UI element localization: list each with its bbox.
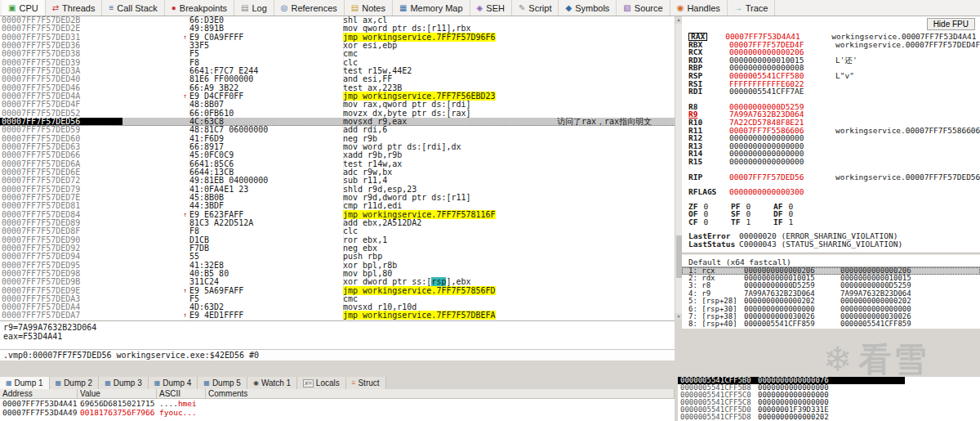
disasm-row[interactable]: 00007FF7F57DED95 41:32E8 xor bpl,r8b <box>0 262 675 270</box>
disasm-row[interactable]: 00007FF7F57DED84 ↑ E9 E623FAFF jmp worki… <box>0 211 675 219</box>
dump-view[interactable]: AddressValueASCIIComments 00007FF7F53D4A… <box>0 389 675 421</box>
disasm-row[interactable]: 00007FF7F57DED4F 48:8B07 mov rax,qword p… <box>0 101 675 109</box>
toolbar-tab-threads[interactable]: ⇄ Threads <box>46 0 103 16</box>
scrollbar-thumb[interactable] <box>676 235 682 278</box>
register-row-r11[interactable]: R11 00007FF7F5586606 workingservice.0000… <box>682 127 980 135</box>
fastcall-arg-row[interactable]: 2: rdx 0000000000010015 0000000000010015 <box>682 275 980 282</box>
disasm-row[interactable]: 00007FF7F57DED3A 6641:F7C7 E244 test r15… <box>0 67 675 75</box>
fastcall-arg-row[interactable]: 8: [rsp+40] 0000005541CFF859 0000005541C… <box>682 320 980 328</box>
register-comment <box>835 80 980 88</box>
tab-dump-2[interactable]: ▦ Dump 2 <box>50 377 100 389</box>
disasm-row[interactable]: 00007FF7F57DED98 40:B5 80 mov bpl,80 <box>0 270 675 278</box>
dump-header-cell[interactable]: ASCII <box>157 389 206 398</box>
tab-dump-5[interactable]: ▦ Dump 5 <box>198 377 247 389</box>
disasm-row[interactable]: 00007FF7F57DED94 55 push rbp <box>0 253 675 261</box>
disasm-row[interactable]: 00007FF7F57DED66 45:0FC0C9 xadd r9b,r9b <box>0 151 675 159</box>
scroll-up-icon[interactable]: ▲ <box>675 16 682 24</box>
disassembly-view[interactable]: 00007FF7F57DED2B 66:D3E0 shl ax,cl 00007… <box>0 16 675 320</box>
disasm-row[interactable]: 00007FF7F57DED39 F8 clc <box>0 59 675 67</box>
register-row-r14[interactable]: R14 0000000000000000 <box>682 150 980 158</box>
disassembly-scrollbar[interactable]: ▲ ▼ <box>675 16 682 320</box>
dump-row[interactable]: 00007FF7F53D4A41 69656D6815021715 ....hm… <box>0 399 675 408</box>
disasm-row[interactable]: 00007FF7F57DED90 D1CB ror ebx,1 <box>0 236 675 244</box>
calling-convention-title[interactable]: Default (x64 fastcall) <box>682 258 980 267</box>
tab-watch-1[interactable]: ◉ Watch 1 <box>247 377 297 389</box>
toolbar-tab-handles[interactable]: ◉ Handles <box>670 0 728 16</box>
dump-header-cell[interactable]: Value <box>78 389 157 398</box>
register-row-rcx[interactable]: RCX 0000000000000206 <box>682 48 980 56</box>
disasm-row[interactable]: 00007FF7F57DED92 F7DB neg ebx <box>0 244 675 253</box>
fastcall-arg-row[interactable]: 3: r8 00000000000D5259 00000000000D5259 <box>682 282 980 289</box>
register-row-rsi[interactable]: RSI FFFFFFFFFFFE6022 <box>682 80 980 88</box>
disasm-row[interactable]: 00007FF7F57DED81 44:3BDF cmp r11d,edi <box>0 202 675 210</box>
toolbar-tab-call-stack[interactable]: ≡ Call Stack <box>102 0 164 16</box>
register-row-rsp[interactable]: RSP 0000005541CFF580 L"v" <box>682 72 980 80</box>
toolbar-tab-seh[interactable]: ◈ SEH <box>470 0 512 16</box>
tab-dump-3[interactable]: ▦ Dump 3 <box>99 377 149 389</box>
hide-fpu-button[interactable]: Hide FPU <box>927 18 975 30</box>
tab-struct[interactable]: ≡ Struct <box>346 377 386 389</box>
disasm-row[interactable]: 00007FF7F57DED7E 45:8B0B mov r9d,dword p… <box>0 194 675 202</box>
panel-splitter[interactable] <box>682 253 980 256</box>
disasm-row[interactable]: 00007FF7F57DED9B 311C24 xor dword ptr ss… <box>0 278 675 286</box>
toolbar-tab-log[interactable]: ▤ Log <box>234 0 274 16</box>
disasm-row[interactable]: 00007FF7F57DED31 ↑ E9 C0A9FFFF jmp worki… <box>0 34 675 42</box>
disasm-row[interactable]: 00007FF7F57DEDA7 ↑ E9 4ED1FFFF jmp worki… <box>0 311 675 320</box>
toolbar-tab-symbols[interactable]: ◆ Symbols <box>559 0 617 16</box>
disasm-row[interactable]: 00007FF7F57DED38 F5 cmc <box>0 50 675 58</box>
cpu-flag[interactable]: IF1 <box>773 218 816 226</box>
disasm-row[interactable]: 00007FF7F57DED2B 66:D3E0 shl ax,cl <box>0 16 675 25</box>
disasm-row[interactable]: 00007FF7F57DED89 81C3 A22D512A add ebx,2… <box>0 219 675 227</box>
toolbar-tab-cpu[interactable]: ▣ CPU <box>2 0 46 16</box>
toolbar-tab-references[interactable]: ◎ References <box>274 0 345 16</box>
stack-row[interactable]: 0000005541CFF5D8 0000000000000202 <box>678 414 905 421</box>
disasm-row[interactable]: 00007FF7F57DED4A ↑ E9 D4CFF0FF jmp worki… <box>0 92 675 101</box>
stack-view[interactable]: 0000005541CFF5B0 0000000000000076 000000… <box>678 377 980 421</box>
register-row-rdx[interactable]: RDX 0000000000010015 L'还' <box>682 56 980 65</box>
cpu-flag[interactable]: TF1 <box>731 218 773 226</box>
register-row-r13[interactable]: R13 0000000000000000 <box>682 142 980 150</box>
disasm-row[interactable]: 00007FF7F57DED79 41:0FA4E1 23 shld r9d,e… <box>0 186 675 194</box>
tab-locals[interactable]: x= Locals <box>297 377 346 389</box>
seh-icon: ◈ <box>477 4 483 12</box>
register-row-rbx[interactable]: RBX 00007FF7F57DED4F workingservice.0000… <box>682 41 980 49</box>
disasm-row[interactable]: 00007FF7F57DED72 49:81EB 04000000 sub r1… <box>0 177 675 185</box>
disasm-row[interactable]: 00007FF7F57DEDA3 F5 cmc <box>0 295 675 303</box>
cpu-flag[interactable]: CF0 <box>688 218 731 226</box>
disasm-row[interactable]: 00007FF7F57DED59 48:81C7 06000000 add rd… <box>0 126 675 134</box>
toolbar-tab-source[interactable]: ▧ Source <box>617 0 670 16</box>
toolbar-tab-breakpoints[interactable]: ● Breakpoints <box>165 0 234 16</box>
disasm-row[interactable]: 00007FF7F57DED60 41:F6D9 neg r9b <box>0 135 675 143</box>
disasm-row[interactable]: 00007FF7F57DED46 66:A9 3B22 test ax,223B <box>0 84 675 92</box>
toolbar-tab-memory-map[interactable]: ▦ Memory Map <box>393 0 470 16</box>
fastcall-arg-row[interactable]: 1: rcx 0000000000000206 0000000000000206 <box>682 267 980 275</box>
register-row-r9[interactable]: R9 7A99A7632B23D064 <box>682 110 980 119</box>
disasm-row[interactable]: 00007FF7F57DED6A 6641:85C6 test r14w,ax <box>0 160 675 168</box>
register-row-rbp[interactable]: RBP 0000000000000008 <box>682 64 980 72</box>
register-row-r8[interactable]: R8 00000000000D5259 <box>682 103 980 111</box>
toolbar-tab-trace[interactable]: → Trace <box>728 0 776 16</box>
toolbar-tab-script[interactable]: ✎ Script <box>512 0 559 16</box>
disasm-row[interactable]: 00007FF7F57DED2E 49:891B mov qword ptr d… <box>0 25 675 33</box>
register-row-rdi[interactable]: RDI 0000005541CFF7AE <box>682 87 980 96</box>
scroll-down-icon[interactable]: ▼ <box>675 313 682 320</box>
disasm-row[interactable]: 00007FF7F57DED63 66:8917 mov word ptr ds… <box>0 143 675 151</box>
disasm-row[interactable]: 00007FF7F57DED8F F8 clc <box>0 227 675 235</box>
register-row-r15[interactable]: R15 0000000000000000 <box>682 158 980 166</box>
disasm-comment <box>557 236 675 244</box>
register-row-rip[interactable]: RIP 00007FF7F57DED56 workingservice.0000… <box>682 173 980 181</box>
tab-dump-1[interactable]: ▦ Dump 1 <box>0 377 50 389</box>
register-row-r12[interactable]: R12 0000000000000000 <box>682 134 980 142</box>
disasm-row[interactable]: 00007FF7F57DED6E 6644:13CB adc r9w,bx <box>0 168 675 177</box>
tab-dump-4[interactable]: ▦ Dump 4 <box>149 377 198 389</box>
dump-header-cell[interactable]: Address <box>0 389 78 398</box>
disasm-row[interactable]: 00007FF7F57DED56 4C:63C8 movsxd r9,eax 访… <box>0 118 675 126</box>
dump-header-cell[interactable]: Comments <box>206 389 675 398</box>
disasm-row[interactable]: 00007FF7F57DEDA4 4D:63D2 movsxd r10,r10d <box>0 303 675 311</box>
disasm-row[interactable]: 00007FF7F57DED40 81E6 FF000000 and esi,F… <box>0 75 675 83</box>
register-row-rflags[interactable]: RFLAGS 0000000000000300 <box>682 188 980 196</box>
dump-row[interactable]: 00007FF7F53D4A49 00181763756F7966 fyouc.… <box>0 408 675 417</box>
toolbar-tab-notes[interactable]: ▤ Notes <box>345 0 393 16</box>
disasm-row[interactable]: 00007FF7F57DED36 33F5 xor esi,ebp <box>0 42 675 50</box>
disasm-row[interactable]: 00007FF7F57DED9E ↑ E9 5A69FAFF jmp worki… <box>0 287 675 295</box>
